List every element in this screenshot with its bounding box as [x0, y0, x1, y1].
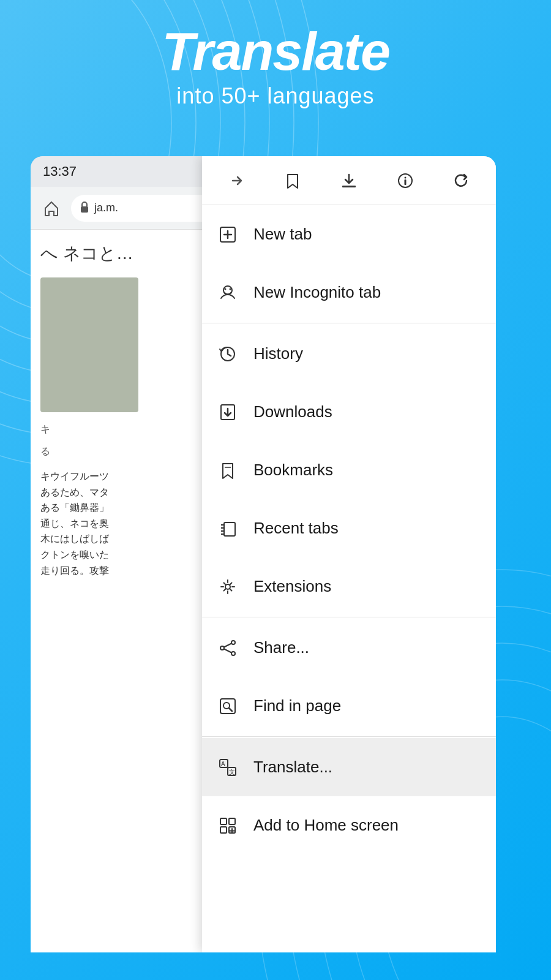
- forward-button[interactable]: [220, 165, 252, 197]
- svg-rect-45: [220, 699, 235, 714]
- phone-frame: 13:37: [31, 156, 496, 952]
- recent-tabs-icon: [217, 518, 239, 540]
- url-text: ja.m.: [94, 202, 118, 214]
- menu-item-recent-tabs[interactable]: Recent tabs: [202, 499, 496, 557]
- divider-1: [202, 323, 496, 323]
- share-icon: [217, 637, 239, 659]
- menu-item-extensions[interactable]: Extensions: [202, 557, 496, 616]
- menu-item-translate[interactable]: A 文 Translate...: [202, 738, 496, 796]
- add-home-icon: [217, 815, 239, 837]
- refresh-button[interactable]: [446, 165, 478, 197]
- bookmarks-label: Bookmarks: [253, 461, 333, 480]
- svg-line-43: [224, 643, 231, 647]
- bookmarks-icon: [217, 459, 239, 481]
- new-incognito-label: New Incognito tab: [253, 283, 381, 302]
- svg-line-47: [229, 708, 232, 711]
- svg-point-25: [405, 176, 407, 178]
- menu-item-bookmarks[interactable]: Bookmarks: [202, 441, 496, 499]
- svg-point-40: [231, 641, 235, 644]
- menu-item-new-tab[interactable]: New tab: [202, 205, 496, 263]
- svg-text:文: 文: [229, 769, 235, 775]
- find-in-page-label: Find in page: [253, 696, 341, 715]
- new-tab-icon: [217, 224, 239, 246]
- dropdown-menu: New tab New Incognito tab: [202, 156, 496, 952]
- history-label: History: [253, 344, 303, 363]
- menu-item-history[interactable]: History: [202, 325, 496, 383]
- menu-toolbar: [202, 156, 496, 205]
- lock-icon: [80, 202, 89, 215]
- menu-item-new-incognito-tab[interactable]: New Incognito tab: [202, 263, 496, 322]
- translate-label: Translate...: [253, 758, 332, 777]
- svg-rect-22: [81, 206, 88, 213]
- new-tab-label: New tab: [253, 225, 312, 244]
- svg-line-44: [224, 649, 231, 652]
- downloads-icon: [217, 401, 239, 423]
- svg-text:A: A: [221, 761, 225, 767]
- share-label: Share...: [253, 638, 309, 657]
- svg-point-42: [220, 646, 224, 650]
- home-button[interactable]: [38, 195, 65, 222]
- recent-tabs-label: Recent tabs: [253, 519, 339, 538]
- translate-icon: A 文: [217, 756, 239, 778]
- status-time: 13:37: [43, 164, 77, 179]
- hero-subtitle: into 50+ languages: [0, 83, 551, 109]
- bookmark-button[interactable]: [277, 165, 309, 197]
- menu-item-share[interactable]: Share...: [202, 619, 496, 677]
- svg-rect-52: [220, 818, 227, 824]
- find-icon: [217, 695, 239, 717]
- hero-section: Translate into 50+ languages: [0, 24, 551, 109]
- svg-rect-53: [229, 818, 235, 824]
- history-icon: [217, 343, 239, 365]
- svg-rect-23: [342, 186, 356, 187]
- info-button[interactable]: [389, 165, 421, 197]
- incognito-icon: [217, 282, 239, 304]
- svg-rect-26: [405, 179, 407, 185]
- svg-point-29: [225, 288, 227, 290]
- download-button[interactable]: [333, 165, 365, 197]
- svg-point-41: [231, 652, 235, 655]
- menu-item-add-home-screen[interactable]: Add to Home screen: [202, 796, 496, 854]
- add-home-screen-label: Add to Home screen: [253, 816, 399, 835]
- divider-2: [202, 617, 496, 617]
- menu-item-find-in-page[interactable]: Find in page: [202, 677, 496, 735]
- svg-rect-54: [220, 827, 227, 833]
- menu-item-downloads[interactable]: Downloads: [202, 383, 496, 441]
- svg-point-30: [230, 288, 231, 290]
- downloads-label: Downloads: [253, 402, 332, 421]
- extensions-icon: [217, 576, 239, 598]
- extensions-label: Extensions: [253, 577, 331, 596]
- page-image: [40, 277, 138, 412]
- hero-title: Translate: [0, 24, 551, 78]
- divider-3: [202, 736, 496, 737]
- svg-rect-34: [224, 522, 235, 536]
